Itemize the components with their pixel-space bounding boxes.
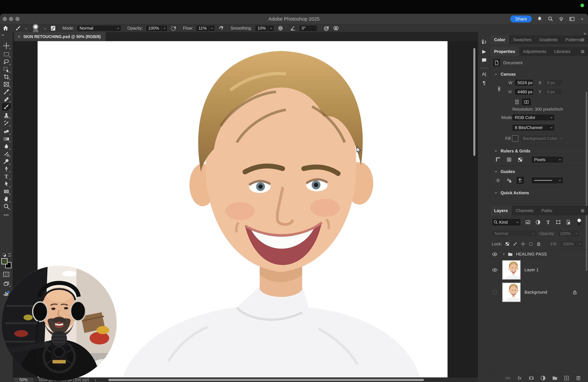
- tool-smudge[interactable]: [2, 150, 11, 158]
- history-panel-icon[interactable]: [481, 39, 487, 45]
- canvas-y-input[interactable]: 0 px: [544, 88, 562, 95]
- layer-effects-icon[interactable]: fx: [516, 375, 523, 381]
- screen-mode-icon[interactable]: [2, 280, 11, 288]
- panel-menu-icon[interactable]: [580, 49, 585, 54]
- tool-eraser[interactable]: [2, 127, 11, 135]
- layer-row-background[interactable]: Background: [490, 281, 588, 304]
- tool-rectangular-marquee[interactable]: [2, 50, 11, 58]
- character-panel-icon[interactable]: A|: [481, 71, 487, 77]
- comments-panel-icon[interactable]: [481, 57, 487, 64]
- guide-style-select[interactable]: [531, 177, 563, 184]
- airbrush-icon[interactable]: [218, 25, 224, 32]
- layer-row-layer1[interactable]: Layer 1: [490, 259, 588, 281]
- tool-rectangle-shape[interactable]: [2, 188, 11, 195]
- layer-opacity-input[interactable]: 100%: [557, 230, 580, 237]
- panel-menu-icon[interactable]: [580, 209, 585, 213]
- quick-actions-section-header[interactable]: Quick Actions: [490, 189, 588, 196]
- tab-color[interactable]: Color: [490, 35, 509, 44]
- dock-grip[interactable]: [480, 68, 488, 69]
- panel-menu-icon[interactable]: [580, 38, 585, 42]
- vertical-scrollbar[interactable]: [473, 48, 475, 156]
- smart-guides-icon[interactable]: [516, 177, 524, 184]
- tool-frame[interactable]: [2, 80, 11, 88]
- chevron-down-icon[interactable]: [43, 26, 47, 30]
- foreground-color-swatch[interactable]: [1, 258, 7, 264]
- visibility-off-checkbox[interactable]: [490, 281, 499, 303]
- smoothing-input[interactable]: 10%: [255, 25, 274, 31]
- canvas-section-header[interactable]: Canvas: [490, 71, 588, 78]
- tool-lasso[interactable]: [2, 58, 11, 66]
- actions-panel-icon[interactable]: ▶: [481, 48, 487, 55]
- layer-name[interactable]: Background: [525, 290, 547, 295]
- tool-crop[interactable]: [2, 73, 11, 81]
- tool-brush-active[interactable]: [2, 103, 11, 111]
- edit-toolbar-ellipsis[interactable]: •••: [2, 211, 11, 219]
- landscape-orientation-button[interactable]: [522, 98, 531, 106]
- default-colors-icon[interactable]: [2, 253, 6, 257]
- lock-transparency-icon[interactable]: [505, 241, 510, 247]
- layer-row-group[interactable]: HEALING PASS: [490, 250, 588, 259]
- close-document-icon[interactable]: ✕: [17, 34, 21, 39]
- tab-layers[interactable]: Layers: [490, 206, 512, 215]
- canvas-width-input[interactable]: 5024 px: [515, 79, 534, 86]
- home-icon[interactable]: [2, 25, 9, 32]
- layer-blend-mode-select[interactable]: Normal: [492, 230, 537, 237]
- chevron-right-icon[interactable]: [502, 251, 506, 257]
- tool-path-selection[interactable]: [2, 180, 11, 188]
- layer-name[interactable]: Layer 1: [525, 267, 539, 272]
- pressure-size-icon[interactable]: [323, 25, 330, 32]
- filter-smart-objects-icon[interactable]: [565, 219, 571, 225]
- search-icon[interactable]: [547, 16, 553, 22]
- filter-adjustment-layers-icon[interactable]: [535, 219, 541, 225]
- layer-thumbnail[interactable]: [502, 260, 521, 279]
- new-group-icon[interactable]: [552, 375, 558, 381]
- filter-shape-layers-icon[interactable]: [555, 219, 561, 225]
- chevron-down-icon[interactable]: [24, 26, 28, 30]
- blend-mode-select[interactable]: Normal: [77, 25, 121, 31]
- paragraph-panel-icon[interactable]: ¶: [481, 80, 487, 86]
- smoothing-gear-icon[interactable]: [277, 25, 284, 32]
- brush-settings-panel-icon[interactable]: [50, 25, 56, 32]
- tab-channels[interactable]: Channels: [512, 206, 538, 215]
- new-adjustment-layer-icon[interactable]: [540, 375, 546, 381]
- visibility-eye-icon[interactable]: [490, 250, 499, 259]
- quick-mask-icon[interactable]: [3, 272, 10, 277]
- new-layer-icon[interactable]: [564, 375, 570, 381]
- tool-clone-stamp[interactable]: [2, 111, 11, 119]
- guides-section-header[interactable]: Guides: [490, 168, 588, 175]
- layer-fill-input[interactable]: 100%: [560, 240, 583, 247]
- brush-size-preview[interactable]: 200: [31, 23, 40, 33]
- filter-type-layers-icon[interactable]: T: [545, 219, 551, 225]
- portrait-orientation-button[interactable]: [514, 98, 520, 106]
- layer-thumbnail[interactable]: [502, 283, 521, 302]
- fill-select[interactable]: Background Color: [520, 135, 557, 142]
- tool-history-brush[interactable]: [2, 119, 11, 127]
- chevron-down-icon[interactable]: [209, 25, 215, 31]
- tool-dodge[interactable]: [2, 157, 11, 165]
- opacity-input[interactable]: 100%: [146, 25, 168, 31]
- layer-name[interactable]: HEALING PASS: [516, 252, 547, 257]
- tab-adjustments[interactable]: Adjustments: [519, 47, 550, 56]
- chevron-down-icon[interactable]: [161, 25, 167, 31]
- delete-layer-trash-icon[interactable]: [575, 375, 582, 381]
- tool-hand[interactable]: [2, 195, 11, 203]
- tool-pen[interactable]: [2, 165, 11, 173]
- grid-toggle-icon[interactable]: [505, 156, 513, 163]
- zoom-level-box[interactable]: 50%: [14, 378, 33, 382]
- lock-paint-icon[interactable]: [513, 241, 518, 247]
- lock-artboard-icon[interactable]: [528, 241, 533, 247]
- rulers-grids-section-header[interactable]: Rulers & Grids: [490, 147, 588, 155]
- notifications-bell-icon[interactable]: [537, 16, 543, 22]
- color-mode-select[interactable]: RGB Color: [512, 114, 555, 121]
- tool-gradient[interactable]: [2, 135, 11, 143]
- swap-colors-icon[interactable]: [7, 253, 12, 257]
- lock-position-icon[interactable]: [521, 241, 525, 247]
- horizontal-scrollbar[interactable]: [108, 379, 424, 381]
- status-options-chevron[interactable]: ›: [95, 377, 96, 382]
- tool-type[interactable]: T: [2, 172, 11, 180]
- fill-color-swatch[interactable]: [512, 135, 518, 142]
- t ool-blur[interactable]: [2, 143, 11, 150]
- tab-properties[interactable]: Properties: [490, 47, 519, 56]
- tab-paths[interactable]: Paths: [538, 206, 556, 215]
- lock-guides-icon[interactable]: [505, 177, 513, 184]
